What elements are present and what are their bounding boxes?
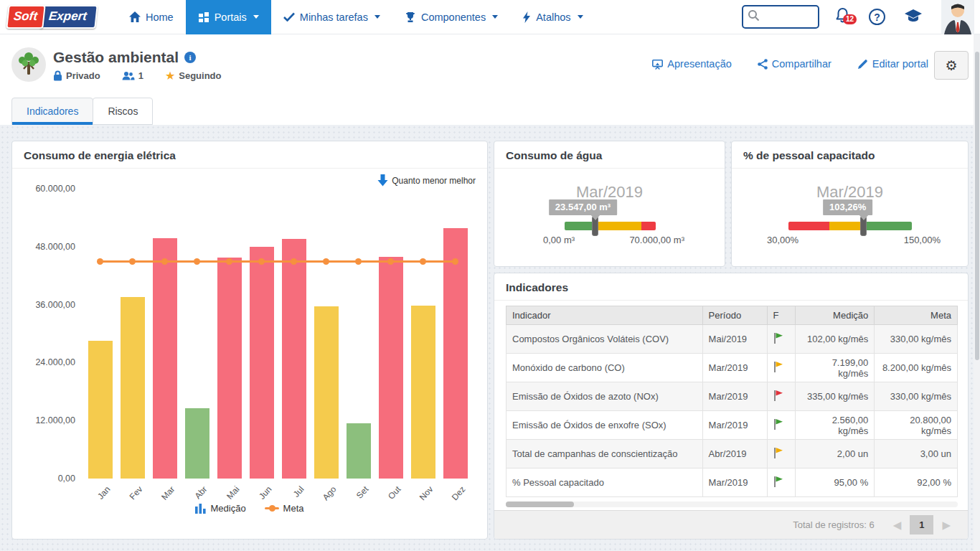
- water-gauge: 23.547,00 m³ 0,00 m³ 70.000,00 m³: [565, 222, 656, 230]
- gauge-title: Consumo de água: [494, 141, 725, 169]
- tooltip-pointer: [590, 215, 600, 220]
- scrollbar-thumb[interactable]: [506, 501, 574, 507]
- meta-point: [194, 258, 200, 265]
- nav-item-label: Atalhos: [536, 11, 570, 23]
- meta-point: [258, 258, 265, 265]
- green-flag-icon: [773, 332, 783, 344]
- logo-soft-part: Soft: [6, 5, 46, 29]
- user-avatar[interactable]: [941, 0, 974, 34]
- gauge-title: % de pessoal capacitado: [732, 141, 968, 169]
- column-header-indicador[interactable]: Indicador: [507, 306, 703, 325]
- cell-periodo: Abr/2019: [702, 440, 767, 468]
- bar-ago: [314, 306, 339, 479]
- nav-item-label: Home: [146, 11, 174, 23]
- column-header-meta[interactable]: Meta: [875, 306, 958, 325]
- academy-button[interactable]: [904, 9, 923, 26]
- legend-item-meta[interactable]: Meta: [265, 503, 304, 514]
- bar-chart-plot: JanFevMarAbrMaiJunJulAgoSetOutNovDez: [84, 189, 471, 479]
- bar-mai: [217, 258, 242, 479]
- share-button[interactable]: Compartilhar: [758, 58, 831, 70]
- table-row[interactable]: Monóxido de carbono (CO)Mar/20197.199,00…: [507, 354, 958, 382]
- table-row[interactable]: % Pessoal capacitadoMar/201995,00 %92,00…: [507, 468, 958, 497]
- cell-meta: 8.200,00 kg/mês: [875, 354, 958, 382]
- nav-item-portais[interactable]: Portais: [186, 0, 271, 34]
- portal-avatar[interactable]: [11, 47, 46, 82]
- cell-medicao: 7.199,00 kg/mês: [796, 354, 875, 382]
- x-tick-label: Abr: [192, 484, 209, 501]
- meta-point: [387, 258, 394, 265]
- global-search[interactable]: [742, 5, 819, 29]
- nav-item-home[interactable]: Home: [117, 0, 186, 34]
- help-icon: ?: [869, 9, 885, 25]
- current-page-button[interactable]: 1: [910, 515, 933, 534]
- table-panel-title: Indicadores: [494, 273, 968, 301]
- presentation-button[interactable]: Apresentação: [652, 58, 731, 70]
- grid-icon: [198, 11, 209, 23]
- green-flag-icon: [773, 418, 783, 430]
- cell-indicador: Emissão de Óxidos de enxofre (SOx): [507, 411, 703, 440]
- nav-item-minhas-tarefas[interactable]: Minhas tarefas: [271, 0, 392, 34]
- cell-meta: 20.800,00 kg/mês: [875, 411, 958, 440]
- tab-riscos[interactable]: Riscos: [93, 98, 153, 125]
- table-row[interactable]: Emissão de Óxidos de azoto (NOx)Mar/2019…: [507, 382, 958, 411]
- page-vertical-scrollbar[interactable]: [974, 34, 980, 551]
- table-row[interactable]: Emissão de Óxidos de enxofre (SOx)Mar/20…: [507, 411, 958, 440]
- avatar-image: [941, 0, 974, 34]
- y-tick-label: 60.000,00: [12, 184, 75, 194]
- x-tick-label: Jan: [95, 484, 112, 501]
- bar-dez: [443, 228, 468, 479]
- meta-point: [355, 258, 362, 265]
- x-tick-label: Ago: [320, 484, 338, 502]
- green-flag-icon: [773, 476, 783, 488]
- check-icon: [283, 12, 295, 22]
- following-toggle[interactable]: ★ Seguindo: [165, 69, 222, 83]
- flag-cell: [767, 325, 796, 354]
- meta-point: [129, 258, 136, 265]
- tab-bar: Indicadores Riscos: [11, 98, 152, 125]
- nav-item-componentes[interactable]: Componentes: [392, 0, 510, 34]
- table-row[interactable]: Total de campanhas de conscientizaçãoAbr…: [507, 440, 958, 468]
- gauge-segment: [864, 222, 912, 230]
- notifications-badge: 12: [843, 14, 857, 24]
- scrollbar-thumb[interactable]: [975, 52, 979, 360]
- cell-periodo: Mar/2019: [702, 382, 767, 411]
- table-row[interactable]: Compostos Orgânicos Voláteis (COV)Mai/20…: [507, 325, 958, 354]
- column-header-f[interactable]: F: [767, 306, 796, 325]
- nav-item-atalhos[interactable]: Atalhos: [510, 0, 595, 34]
- table-horizontal-scrollbar[interactable]: [506, 501, 958, 507]
- y-tick-label: 36.000,00: [12, 300, 75, 310]
- notifications-button[interactable]: 12: [835, 7, 850, 27]
- tab-indicadores[interactable]: Indicadores: [11, 98, 93, 125]
- star-icon: ★: [165, 69, 175, 83]
- nav-item-label: Minhas tarefas: [300, 11, 368, 23]
- column-header-período[interactable]: Período: [702, 306, 767, 325]
- cell-meta: 92,00 %: [875, 468, 958, 497]
- table-footer: Total de registros: 6 ◀ 1 ▶: [494, 510, 968, 539]
- meta-line: [100, 260, 456, 263]
- search-input[interactable]: [760, 11, 810, 22]
- portal-settings-button[interactable]: ⚙: [934, 51, 969, 80]
- trained-personnel-gauge: 103,26% 30,00% 150,00%: [788, 222, 912, 230]
- gauge-segment: [788, 222, 829, 230]
- cell-indicador: Monóxido de carbono (CO): [507, 354, 703, 382]
- cell-meta: 330,00 kg/mês: [875, 382, 958, 411]
- softexpert-logo[interactable]: Soft Expert: [7, 5, 97, 29]
- bar-out: [379, 257, 403, 479]
- cell-medicao: 2,00 un: [796, 440, 875, 468]
- members-count[interactable]: 1: [122, 70, 143, 81]
- cell-medicao: 102,00 kg/mês: [796, 325, 875, 354]
- lock-icon: [53, 70, 62, 81]
- legend-item-medicao[interactable]: Medição: [195, 503, 245, 514]
- edit-portal-button[interactable]: Editar portal: [857, 58, 928, 70]
- column-header-medição[interactable]: Medição: [796, 306, 875, 325]
- info-icon[interactable]: i: [184, 52, 196, 63]
- previous-page-button[interactable]: ◀: [885, 516, 910, 534]
- presentation-label: Apresentação: [667, 58, 731, 70]
- flag-cell: [767, 382, 796, 411]
- next-page-button[interactable]: ▶: [933, 516, 959, 534]
- x-tick-label: Jun: [257, 484, 273, 501]
- share-icon: [758, 59, 768, 70]
- bar-abr: [185, 408, 209, 479]
- help-button[interactable]: ?: [869, 9, 885, 25]
- trophy-icon: [405, 11, 416, 23]
